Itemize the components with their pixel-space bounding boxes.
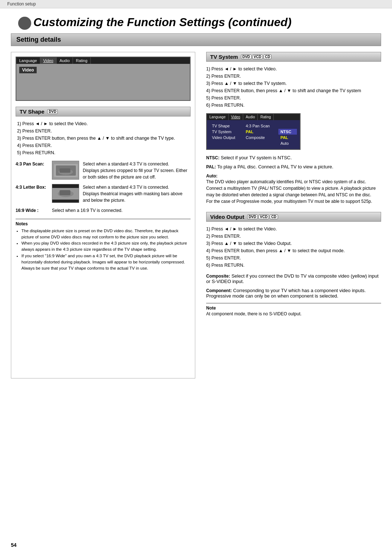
menu-cell-tvsystem-label: TV System bbox=[210, 129, 244, 135]
title-circle-icon bbox=[18, 17, 31, 30]
note-item-1: The displayable picture size is preset o… bbox=[21, 228, 191, 241]
video-output-section: Video Output DVD VCD CD 1) Press ◄ / ► t… bbox=[206, 212, 381, 317]
tv-sys-step-4: 4) Press ENTER button, then press ▲ / ▼ … bbox=[206, 87, 381, 94]
menu-cell-tvshape-val: 4:3 Pan Scan bbox=[244, 123, 278, 129]
vo-step-5: 5) Press ENTER. bbox=[206, 254, 381, 262]
top-bar-text: Function setup bbox=[7, 1, 36, 7]
menu-cell-tvsystem-pal: PAL bbox=[244, 129, 278, 135]
option-pan-scan: 4:3 Pan Scan: bbox=[16, 161, 191, 180]
tv-system-steps: 1) Press ◄ / ► to select the Video. 2) P… bbox=[206, 65, 381, 109]
content-area: Language Video Audio Rating Video TV Sha… bbox=[0, 52, 392, 378]
tv-system-menu-ui: Language Video Audio Rating TV Shape 4:3… bbox=[206, 113, 301, 150]
tv-sys-step-1: 1) Press ◄ / ► to select the Video. bbox=[206, 65, 381, 73]
svg-rect-10 bbox=[60, 190, 70, 195]
tv-sys-step-2: 2) Press ENTER. bbox=[206, 73, 381, 80]
right-tab-rating: Rating bbox=[258, 114, 274, 120]
menu-row-videoout: Video Output Composite PAL bbox=[210, 135, 297, 140]
tab-rating: Rating bbox=[73, 57, 91, 64]
menu-row-tvsystem: TV System PAL NTSC bbox=[210, 129, 297, 135]
tv-sys-step-3: 3) Press ▲ / ▼ to select the TV system. bbox=[206, 80, 381, 87]
menu-cell-auto-empty bbox=[210, 140, 244, 146]
svg-rect-6 bbox=[52, 184, 79, 188]
letter-box-desc: Select when a standard 4:3 TV is connect… bbox=[83, 184, 191, 204]
menu-cell-videoout-pal: PAL bbox=[278, 135, 297, 140]
pan-scan-landscape bbox=[52, 161, 79, 179]
page-title: Customizing the Function Settings (conti… bbox=[0, 8, 392, 33]
step-1: 1) Press ◄ / ► to select the Video. bbox=[16, 120, 191, 127]
tv-system-menu-body: TV Shape 4:3 Pan Scan TV System PAL NTSC… bbox=[207, 120, 300, 149]
tab-video: Video bbox=[40, 57, 57, 64]
disc-badge: DVD bbox=[47, 109, 58, 114]
step-2: 2) Press ENTER. bbox=[16, 127, 191, 135]
note-item-3: If you select "16:9 Wide" and you own a … bbox=[21, 253, 191, 272]
right-tab-language: Language bbox=[207, 114, 229, 120]
menu-cell-videoout-label: Video Output bbox=[210, 135, 244, 140]
vo-step-3: 3) Press ▲ / ▼ to select the Video Outpu… bbox=[206, 240, 381, 247]
vo-step-4: 4) Press ENTER button, then press ▲ / ▼ … bbox=[206, 247, 381, 254]
right-panel: TV System DVD VCD CD 1) Press ◄ / ► to s… bbox=[203, 52, 381, 378]
tv-sys-step-5: 5) Press ENTER. bbox=[206, 94, 381, 102]
note-text: At component mode, there is no S-VIDEO o… bbox=[206, 311, 381, 317]
menu-row-tvshape: TV Shape 4:3 Pan Scan bbox=[210, 123, 297, 129]
notes-title: Notes bbox=[16, 221, 191, 226]
menu-cell-tvshape-label: TV Shape bbox=[210, 123, 244, 129]
menu-cell-tvsystem-ntsc: NTSC bbox=[278, 129, 297, 135]
note-item-2: When you play DVD video discs recorded i… bbox=[21, 240, 191, 253]
tv-system-menu-tabs: Language Video Audio Rating bbox=[207, 114, 300, 120]
tv-system-disc-badge: DVD VCD CD bbox=[241, 54, 272, 59]
video-label: Video bbox=[19, 67, 37, 73]
vo-step-2: 2) Press ENTER. bbox=[206, 233, 381, 240]
pan-scan-image bbox=[52, 161, 79, 180]
auto-desc: Auto: The DVD video player automatically… bbox=[206, 173, 381, 205]
component-desc: Component: Corresponding to your TV whic… bbox=[206, 288, 381, 299]
left-panel: Language Video Audio Rating Video TV Sha… bbox=[11, 52, 195, 378]
letter-box-svg bbox=[52, 184, 79, 203]
menu-body: Video bbox=[16, 64, 190, 100]
option-label-pan-scan: 4:3 Pan Scan: bbox=[16, 161, 48, 167]
right-tab-video: Video bbox=[229, 114, 243, 120]
notes-box: Notes The displayable picture size is pr… bbox=[16, 219, 191, 272]
composite-desc: Composite: Select if you connect the DVD… bbox=[206, 273, 381, 284]
video-output-disc-badge: DVD VCD CD bbox=[247, 214, 278, 219]
tab-audio: Audio bbox=[57, 57, 73, 64]
option-letter-box: 4:3 Letter Box: bbox=[16, 184, 191, 204]
step-3: 3) Press ENTER button, then press the ▲ … bbox=[16, 135, 191, 142]
tv-shape-section: TV Shape DVD 1) Press ◄ / ► to select th… bbox=[16, 107, 191, 272]
option-wide: 16:9 Wide : Select when a 16:9 TV is con… bbox=[16, 207, 191, 214]
video-output-note: Note At component mode, there is no S-VI… bbox=[206, 303, 381, 317]
letter-box-image bbox=[52, 184, 79, 203]
tab-language: Language bbox=[16, 57, 40, 64]
menu-cell-auto-empty2 bbox=[244, 140, 278, 146]
tv-shape-options: 4:3 Pan Scan: bbox=[16, 161, 191, 214]
svg-rect-4 bbox=[60, 168, 70, 173]
page-number: 54 bbox=[11, 542, 17, 548]
wide-desc: Select when a 16:9 TV is connected. bbox=[52, 207, 123, 214]
vo-step-1: 1) Press ◄ / ► to select the Video. bbox=[206, 225, 381, 233]
pan-scan-desc: Select when a standard 4:3 TV is connect… bbox=[83, 161, 191, 180]
video-output-steps: 1) Press ◄ / ► to select the Video. 2) P… bbox=[206, 225, 381, 269]
menu-tabs: Language Video Audio Rating bbox=[16, 57, 190, 64]
tv-shape-steps: 1) Press ◄ / ► to select the Video. 2) P… bbox=[16, 120, 191, 156]
tv-system-section: TV System DVD VCD CD 1) Press ◄ / ► to s… bbox=[206, 52, 381, 205]
note-title: Note bbox=[206, 306, 381, 311]
ntsc-desc: NTSC: Select if your TV system is NTSC. bbox=[206, 155, 381, 160]
svg-rect-7 bbox=[52, 200, 79, 203]
step-4: 4) Press ENTER. bbox=[16, 142, 191, 149]
tv-shape-title: TV Shape DVD bbox=[16, 107, 191, 116]
menu-cell-tvshape-empty bbox=[278, 123, 297, 129]
tv-sys-step-6: 6) Press RETURN. bbox=[206, 102, 381, 109]
pan-scan-svg bbox=[52, 161, 79, 180]
menu-ui-video: Language Video Audio Rating Video bbox=[16, 57, 191, 101]
section-header: Setting details bbox=[11, 33, 381, 46]
pal-desc: PAL: To play a PAL disc. Connect a PAL T… bbox=[206, 164, 381, 169]
top-bar: Function setup bbox=[0, 0, 392, 8]
menu-row-auto: Auto bbox=[210, 140, 297, 146]
vo-step-6: 6) Press RETURN. bbox=[206, 262, 381, 269]
step-5: 5) Press RETURN. bbox=[16, 149, 191, 156]
menu-cell-auto-val: Auto bbox=[278, 140, 297, 146]
menu-cell-videoout-composite: Composite bbox=[244, 135, 278, 140]
tv-system-menu-table: TV Shape 4:3 Pan Scan TV System PAL NTSC… bbox=[210, 123, 297, 146]
option-label-letter-box: 4:3 Letter Box: bbox=[16, 184, 48, 190]
right-tab-audio: Audio bbox=[243, 114, 258, 120]
tv-system-title: TV System DVD VCD CD bbox=[206, 52, 381, 62]
